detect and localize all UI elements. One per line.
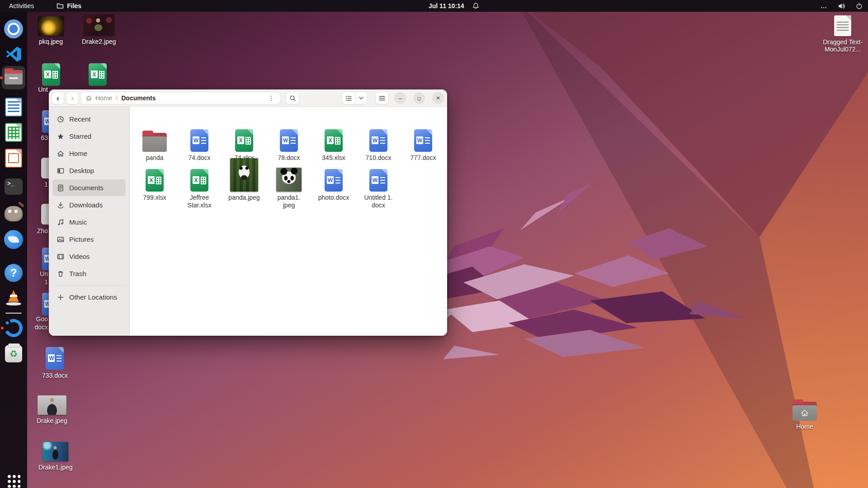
- app-menu-label: Files: [67, 2, 81, 9]
- file-item-panda-jpeg[interactable]: panda.jpeg: [223, 157, 265, 202]
- window-header[interactable]: ‹ › Home / Documents ⋮: [49, 89, 447, 107]
- sidebar-item-recent[interactable]: Recent: [52, 111, 126, 127]
- dock-chromium-icon[interactable]: [3, 18, 24, 40]
- docx-file-icon: W: [369, 169, 387, 192]
- dock-vlc-icon[interactable]: [3, 286, 24, 308]
- sidebar-item-label: Documents: [69, 184, 104, 192]
- sidebar-item-pictures[interactable]: Pictures: [52, 231, 126, 248]
- file-item-78-docx[interactable]: W 78.docx: [268, 127, 310, 162]
- sidebar-item-home[interactable]: Home: [52, 145, 126, 162]
- desktop-icon-733-docx[interactable]: W 733.docx: [42, 347, 68, 379]
- dock: >_ ? ♻: [0, 12, 27, 488]
- dock-help-icon[interactable]: ?: [3, 262, 24, 284]
- show-applications-button[interactable]: [3, 470, 24, 488]
- file-item-panda1-jpeg[interactable]: panda1.jpeg: [268, 166, 310, 209]
- home-icon: [85, 95, 92, 101]
- view-options-kebab-icon[interactable]: ⋮: [266, 94, 276, 102]
- breadcrumb-home[interactable]: Home: [95, 94, 112, 102]
- dock-thunderbird-icon[interactable]: [3, 229, 24, 250]
- file-item-panda-folder[interactable]: panda: [133, 127, 176, 162]
- desktop-icon-home-folder[interactable]: Home: [793, 402, 817, 430]
- view-toggle-button[interactable]: [342, 92, 368, 104]
- maximize-button[interactable]: ◻: [413, 92, 425, 104]
- desktop-icon-xlsx-2[interactable]: X: [89, 63, 107, 86]
- sidebar-item-documents[interactable]: Documents: [52, 179, 126, 196]
- view-dropdown-chevron-icon[interactable]: [355, 92, 367, 104]
- pkq-thumbnail: [38, 16, 64, 36]
- file-name: Untitled 1.docx: [364, 194, 392, 209]
- file-name: 777.docx: [410, 154, 436, 162]
- desktop-icon-pkq-jpeg[interactable]: pkq.jpeg: [38, 16, 64, 45]
- dock-libreoffice-calc-icon[interactable]: [3, 122, 24, 143]
- file-item-777-docx[interactable]: W 777.docx: [402, 127, 444, 162]
- xlsx-file-icon: X: [235, 129, 253, 152]
- focused-app-menu[interactable]: Files: [57, 2, 81, 9]
- download-icon: [57, 202, 64, 209]
- desktop-icon-untitled-xlsx[interactable]: X: [42, 63, 60, 86]
- sidebar: Recent Starred Home Desktop Documents Do…: [49, 107, 130, 336]
- clock-menu[interactable]: Jul 11 10:14: [429, 2, 479, 9]
- hamburger-icon: [379, 96, 385, 101]
- dock-files-icon[interactable]: [2, 66, 25, 89]
- volume-icon[interactable]: [838, 3, 846, 9]
- power-icon[interactable]: [856, 3, 863, 9]
- dock-terminal-icon[interactable]: >_: [3, 176, 24, 197]
- dock-libreoffice-writer-icon[interactable]: [3, 96, 24, 118]
- file-name: JeffreeStar.xlsx: [188, 194, 212, 209]
- pictures-icon: [57, 236, 64, 243]
- file-grid[interactable]: panda W 74.docx X 74.xlsx W 78.docx X 34…: [130, 107, 447, 336]
- sidebar-item-label: Downloads: [69, 201, 103, 209]
- dock-separator: [5, 313, 22, 314]
- minimize-button[interactable]: –: [394, 92, 406, 104]
- file-name: 74.docx: [188, 154, 210, 162]
- dock-libreoffice-impress-icon[interactable]: [3, 147, 24, 169]
- sidebar-item-trash[interactable]: Trash: [52, 265, 126, 282]
- file-item-74-xlsx[interactable]: X 74.xlsx: [223, 127, 265, 162]
- dock-trash-icon[interactable]: ♻: [3, 343, 24, 365]
- desktop-icon-dragged-text[interactable]: Dragged Text- MonJul072...: [819, 15, 866, 53]
- file-item-345-xlsx[interactable]: X 345.xlsx: [312, 127, 355, 162]
- xlsx-glyph: X: [44, 70, 51, 78]
- forward-button[interactable]: ›: [66, 92, 79, 104]
- file-name: 78.docx: [278, 154, 300, 162]
- back-button[interactable]: ‹: [52, 92, 64, 104]
- videos-icon: [57, 253, 64, 260]
- dock-gimp-icon[interactable]: [3, 203, 24, 225]
- text-file-icon: [834, 15, 851, 36]
- sidebar-item-music[interactable]: Music: [52, 214, 126, 230]
- maximize-icon: ◻: [417, 96, 421, 101]
- file-item-74-docx[interactable]: W 74.docx: [178, 127, 221, 162]
- sidebar-item-other-locations[interactable]: Other Locations: [52, 289, 126, 305]
- path-bar[interactable]: Home / Documents ⋮: [80, 92, 280, 104]
- breadcrumb-current[interactable]: Documents: [121, 94, 156, 102]
- list-view-icon[interactable]: [342, 92, 355, 104]
- dock-vscode-icon[interactable]: [3, 43, 24, 65]
- desktop-icon-drake1-jpeg[interactable]: Drake1.jpeg: [38, 442, 73, 471]
- back-chevron-icon: ‹: [57, 94, 59, 102]
- file-item-photo-docx[interactable]: W photo.docx: [312, 166, 355, 202]
- desktop-icon-drake2-jpeg[interactable]: Drake2.jpeg: [82, 14, 116, 45]
- trash-icon: [57, 270, 64, 277]
- hamburger-menu-button[interactable]: [375, 92, 389, 104]
- file-item-799-xlsx[interactable]: X 799.xlsx: [133, 166, 176, 202]
- desktop-icon-label: Drake2.jpeg: [82, 38, 116, 45]
- sidebar-item-label: Other Locations: [69, 293, 117, 301]
- desktop-icon-drake-jpeg[interactable]: Drake.jpeg: [37, 395, 67, 424]
- activities-button[interactable]: Activities: [6, 1, 37, 10]
- sidebar-item-desktop[interactable]: Desktop: [52, 162, 126, 179]
- sidebar-item-videos[interactable]: Videos: [52, 248, 126, 265]
- file-name: panda: [146, 154, 164, 162]
- file-item-jeffree-star-xlsx[interactable]: X JeffreeStar.xlsx: [178, 166, 221, 209]
- close-button[interactable]: ✕: [432, 92, 444, 104]
- file-item-untitled-1-docx[interactable]: W Untitled 1.docx: [357, 166, 400, 209]
- sidebar-item-downloads[interactable]: Downloads: [52, 197, 126, 213]
- dock-software-update-icon[interactable]: [3, 317, 24, 339]
- minimize-icon: –: [398, 95, 401, 102]
- desktop-icon-label: Home: [796, 423, 813, 430]
- breadcrumb-separator: /: [116, 94, 118, 102]
- search-button[interactable]: [286, 92, 299, 104]
- file-name: photo.docx: [318, 194, 349, 202]
- sidebar-item-starred[interactable]: Starred: [52, 128, 126, 145]
- overflow-indicator: …: [821, 2, 828, 9]
- file-item-710-docx[interactable]: W 710.docx: [357, 127, 400, 162]
